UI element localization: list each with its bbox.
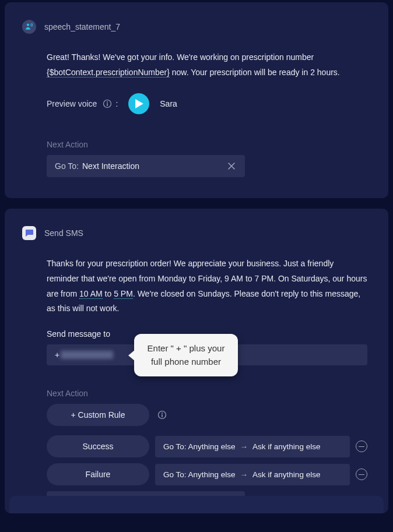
info-icon[interactable] bbox=[103, 99, 112, 108]
svg-point-5 bbox=[162, 413, 163, 414]
bot-context-variable[interactable]: {$botContext.prescriptionNumber} bbox=[47, 68, 170, 77]
speech-person-icon bbox=[22, 20, 36, 34]
goto-prefix: Go To: bbox=[55, 161, 79, 171]
body-pre: Great! Thanks! We've got your info. We'r… bbox=[47, 52, 314, 62]
body-post: now. Your prescription will be ready in … bbox=[170, 68, 340, 77]
goto-field[interactable]: Go To: Next Interaction bbox=[47, 155, 245, 177]
card-title: Send SMS bbox=[44, 228, 83, 238]
add-custom-rule-button[interactable]: + Custom Rule bbox=[47, 404, 149, 426]
failure-label[interactable]: Failure bbox=[47, 463, 149, 485]
success-rule-row: Success Go To: Anything else → Ask if an… bbox=[47, 435, 367, 457]
clear-icon[interactable] bbox=[226, 161, 237, 171]
svg-point-2 bbox=[107, 101, 108, 103]
success-label[interactable]: Success bbox=[47, 435, 149, 457]
card-header: Send SMS bbox=[22, 226, 367, 240]
arrow-icon: → bbox=[240, 442, 248, 451]
goto-anything-text: Go To: Anything else bbox=[163, 470, 236, 479]
speech-statement-card: speech_statement_7 Great! Thanks! We've … bbox=[5, 2, 388, 198]
next-action-label: Next Action bbox=[47, 140, 367, 149]
ask-anything-text: Ask if anything else bbox=[252, 470, 320, 479]
phone-input-wrap: + Enter " + " plus your full phone numbe… bbox=[47, 344, 367, 365]
goto-anything-text: Go To: Anything else bbox=[163, 442, 236, 451]
phone-tooltip: Enter " + " plus your full phone number bbox=[134, 334, 238, 376]
card-header: speech_statement_7 bbox=[22, 20, 367, 34]
success-goto[interactable]: Go To: Anything else → Ask if anything e… bbox=[155, 436, 350, 457]
cutoff-field bbox=[47, 491, 245, 496]
next-action-label-2: Next Action bbox=[47, 389, 367, 398]
goto-value: Next Interaction bbox=[82, 161, 226, 171]
custom-rule-row: + Custom Rule bbox=[47, 404, 367, 426]
send-sms-card: Send SMS Thanks for your prescription or… bbox=[5, 209, 388, 514]
svg-rect-3 bbox=[107, 103, 108, 106]
time-10am: 10 AM bbox=[79, 289, 103, 299]
next-card-peek bbox=[9, 496, 384, 513]
sms-body-text: Thanks for your prescription order! We a… bbox=[47, 256, 367, 317]
play-button[interactable] bbox=[128, 93, 149, 114]
arrow-icon: → bbox=[240, 470, 248, 479]
sms-body-mid: to bbox=[103, 289, 114, 298]
svg-rect-6 bbox=[162, 414, 162, 417]
remove-rule-icon[interactable] bbox=[356, 441, 367, 452]
card-title: speech_statement_7 bbox=[44, 22, 120, 31]
time-5pm: 5 PM bbox=[114, 289, 133, 299]
phone-prefix: + bbox=[55, 350, 59, 360]
failure-rule-row: Failure Go To: Anything else → Ask if an… bbox=[47, 463, 367, 485]
preview-voice-row: Preview voice : Sara bbox=[47, 93, 367, 114]
preview-voice-label: Preview voice bbox=[47, 99, 97, 108]
sms-icon bbox=[22, 226, 36, 240]
phone-blurred-value bbox=[61, 351, 113, 359]
svg-point-0 bbox=[27, 24, 29, 26]
info-icon[interactable] bbox=[157, 410, 167, 420]
remove-rule-icon[interactable] bbox=[356, 468, 367, 480]
speech-body-text: Great! Thanks! We've got your info. We'r… bbox=[47, 50, 367, 80]
colon: : bbox=[115, 99, 118, 108]
ask-anything-text: Ask if anything else bbox=[252, 442, 320, 451]
failure-goto[interactable]: Go To: Anything else → Ask if anything e… bbox=[155, 464, 350, 485]
voice-name: Sara bbox=[160, 99, 177, 108]
